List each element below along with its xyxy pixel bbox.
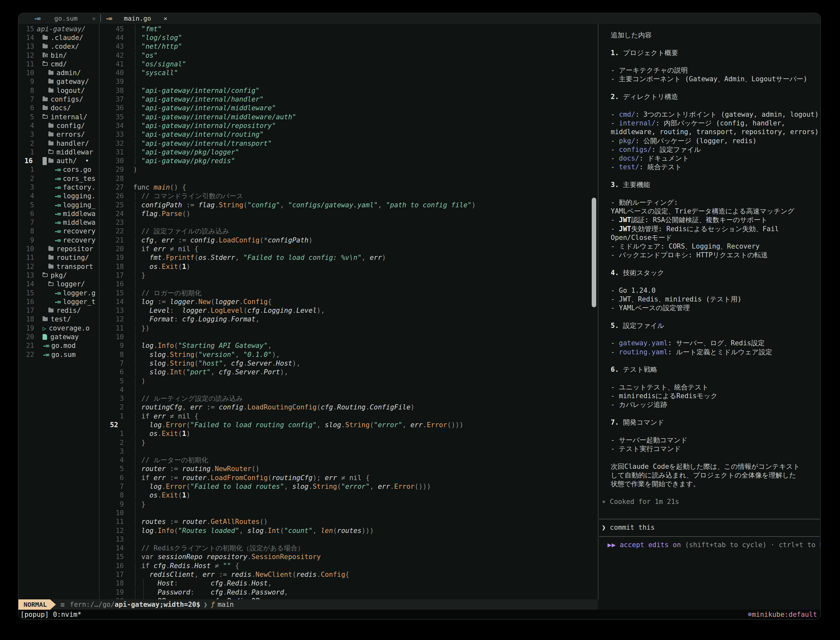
code-line[interactable]: 16│ if cfg.Redis.Host ≠ "" { <box>100 561 598 570</box>
close-icon[interactable]: × <box>92 14 96 22</box>
code-line[interactable]: 9│ } <box>100 500 598 509</box>
code-line[interactable]: 28 <box>100 174 598 183</box>
tree-item-middlewar[interactable]: 1middlewar <box>18 148 99 156</box>
code-line[interactable]: 26│ // コマンドライン引数のパース <box>100 192 598 200</box>
tree-item-pkg[interactable]: 13pkg/ <box>18 271 99 280</box>
code-line[interactable]: 8│ os.Exit(1) <box>100 491 598 500</box>
code-line[interactable]: 8│ slog.String("version", "0.1.0"), <box>100 350 598 359</box>
tree-item-transport[interactable]: 12transport <box>18 262 99 271</box>
tree-item-go.mod[interactable]: 21-∞go.mod <box>18 341 99 350</box>
code-line[interactable]: 17│ } <box>100 271 598 280</box>
tab-go.sum[interactable]: -∞go.sum× <box>29 13 100 23</box>
tree-item-coverage.o[interactable]: 19▷coverage.o <box>18 324 99 333</box>
code-editor[interactable]: 45│ "fmt"44│ "log/slog"43│ "net/http"42│… <box>100 24 598 599</box>
code-line[interactable]: 40│ "syscall" <box>100 68 598 77</box>
code-line[interactable]: 35│ "api-gateway/internal/middleware/aut… <box>100 112 598 121</box>
tree-item-logout[interactable]: 8logout/ <box>18 86 99 95</box>
code-line[interactable]: 1│ os.Exit(1) <box>100 429 598 438</box>
code-line[interactable]: 9│ log.Info("Starting API Gateway", <box>100 341 598 350</box>
code-line[interactable]: 14│ log := logger.New(logger.Config{ <box>100 297 598 306</box>
code-line[interactable]: 37│ "api-gateway/internal/handler" <box>100 95 598 104</box>
tree-item-redis[interactable]: 17redis/ <box>18 306 99 315</box>
code-line[interactable]: 29) <box>100 165 598 174</box>
tree-item-repositor[interactable]: 10repositor <box>18 245 99 253</box>
code-line[interactable]: 52│ log.Error("Failed to load routing co… <box>100 421 598 429</box>
code-line[interactable]: 18│ │ Host: cfg.Redis.Host, <box>100 579 598 588</box>
code-line[interactable]: 13│ <box>100 535 598 544</box>
tree-item-logger.g[interactable]: 15-∞logger.g <box>18 288 99 297</box>
code-line[interactable]: 6│ if err := router.LoadFromConfig(routi… <box>100 473 598 482</box>
tree-item-recovery[interactable]: 8-∞recovery <box>18 227 99 236</box>
tree-item-configs[interactable]: 7configs/ <box>18 95 99 104</box>
tree-item-errors[interactable]: 3errors/ <box>18 130 99 139</box>
code-line[interactable]: 14│ // Redisクライアントの初期化（設定がある場合） <box>100 544 598 553</box>
code-line[interactable]: 33│ "api-gateway/internal/routing" <box>100 130 598 139</box>
code-line[interactable]: 19│ │ Password: cfg.Redis.Password, <box>100 588 598 597</box>
code-line[interactable]: 30│ "api-gateway/pkg/redis" <box>100 156 598 165</box>
code-line[interactable]: 3│ // ルーティング設定の読み込み <box>100 394 598 403</box>
tree-item-cors.go[interactable]: 1-∞cors.go <box>18 165 99 174</box>
tree-item-logger_t[interactable]: 16-∞logger_t <box>18 297 99 306</box>
code-line[interactable]: 38│ "api-gateway/internal/config" <box>100 86 598 95</box>
code-line[interactable]: 32│ "api-gateway/internal/transport" <box>100 139 598 148</box>
tree-item-logging.[interactable]: 4-∞logging. <box>18 192 99 200</box>
code-line[interactable]: 42│ "os" <box>100 51 598 60</box>
tree-item-.claude[interactable]: 14.claude/ <box>18 33 99 42</box>
code-line[interactable]: 24│ flag.Parse() <box>100 209 598 218</box>
code-line[interactable]: 36│ "api-gateway/internal/middleware" <box>100 104 598 112</box>
close-icon[interactable]: × <box>163 14 167 22</box>
code-line[interactable]: 11│ }) <box>100 324 598 333</box>
tree-item-routing[interactable]: 11routing/ <box>18 253 99 262</box>
code-line[interactable]: 20│ │ DB: cfg.Redis.DB, <box>100 597 598 599</box>
code-line[interactable]: 15│ var sessionRepo repository.SessionRe… <box>100 553 598 561</box>
code-line[interactable]: 44│ "log/slog" <box>100 33 598 42</box>
code-line[interactable]: 12│ Format: cfg.Logging.Format, <box>100 315 598 324</box>
code-line[interactable]: 7│ log.Error("Failed to load routes", sl… <box>100 482 598 491</box>
code-line[interactable]: 5│ ) <box>100 377 598 385</box>
tree-item-middlewa[interactable]: 6-∞middlewa <box>18 209 99 218</box>
code-line[interactable]: 22│ // 設定ファイルの読み込み <box>100 227 598 236</box>
code-line[interactable]: 15│ // ロガーの初期化 <box>100 288 598 297</box>
code-line[interactable]: 6│ slog.Int("port", cfg.Server.Port), <box>100 368 598 377</box>
code-line[interactable]: 2│ routingCfg, err := config.LoadRouting… <box>100 403 598 412</box>
tree-item-middlewa[interactable]: 7-∞middlewa <box>18 218 99 227</box>
code-line[interactable]: 3│ <box>100 447 598 456</box>
code-line[interactable]: 16│ <box>100 280 598 288</box>
tree-item-test[interactable]: 18test/ <box>18 315 99 324</box>
code-line[interactable]: 39│ <box>100 77 598 86</box>
code-line[interactable]: 1│ if err ≠ nil { <box>100 412 598 421</box>
code-line[interactable]: 4│ <box>100 385 598 394</box>
code-line[interactable]: 34│ "api-gateway/internal/repository" <box>100 121 598 130</box>
tree-item-gateway[interactable]: 20gateway <box>18 333 99 341</box>
code-line[interactable]: 19│ fmt.Fprintf(os.Stderr, "Failed to lo… <box>100 253 598 262</box>
code-line[interactable]: 2│ } <box>100 438 598 447</box>
code-line[interactable]: 21│ cfg, err := config.LoadConfig(*confi… <box>100 236 598 245</box>
code-line[interactable]: 10│ <box>100 333 598 341</box>
code-line[interactable]: 23│ <box>100 218 598 227</box>
tree-item-logger[interactable]: 14logger/ <box>18 280 99 288</box>
code-line[interactable]: 27func main() { <box>100 183 598 192</box>
code-line[interactable]: 17│ redisClient, err := redis.NewClient(… <box>100 570 598 579</box>
code-line[interactable]: 4│ // ルーターの初期化 <box>100 456 598 465</box>
code-line[interactable]: 41│ "os/signal" <box>100 60 598 68</box>
code-line[interactable]: 45│ "fmt" <box>100 24 598 33</box>
tree-item-.codex[interactable]: 13.codex/ <box>18 42 99 51</box>
tree-item-factory.[interactable]: 3-∞factory. <box>18 183 99 192</box>
scrollbar-thumb[interactable] <box>592 198 596 307</box>
code-line[interactable]: 10│ <box>100 509 598 517</box>
prompt-input-line[interactable]: ❯ commit this <box>598 523 820 532</box>
tree-item-config[interactable]: 4config/ <box>18 121 99 130</box>
tree-item-docs[interactable]: 6docs/ <box>18 104 99 112</box>
code-line[interactable]: 7│ slog.String("host", cfg.Server.Host), <box>100 359 598 368</box>
tree-item-recovery[interactable]: 9-∞recovery <box>18 236 99 245</box>
tree-item-cors_tes[interactable]: 2-∞cors_tes <box>18 174 99 183</box>
tree-item-api-gateway[interactable]: 15api-gateway/ <box>18 24 99 33</box>
tree-item-handler[interactable]: 2handler/ <box>18 139 99 148</box>
code-line[interactable]: 18│ os.Exit(1) <box>100 262 598 271</box>
tree-item-admin[interactable]: 10admin/ <box>18 68 99 77</box>
tree-item-go.sum[interactable]: 22-∞go.sum <box>18 350 99 359</box>
tab-main.go[interactable]: -∞main.go× <box>101 13 172 23</box>
tree-item-internal[interactable]: 5internal/ <box>18 112 99 121</box>
code-line[interactable]: 11│ routes := router.GetAllRoutes() <box>100 517 598 526</box>
tree-item-bin[interactable]: 12bin/ <box>18 51 99 60</box>
